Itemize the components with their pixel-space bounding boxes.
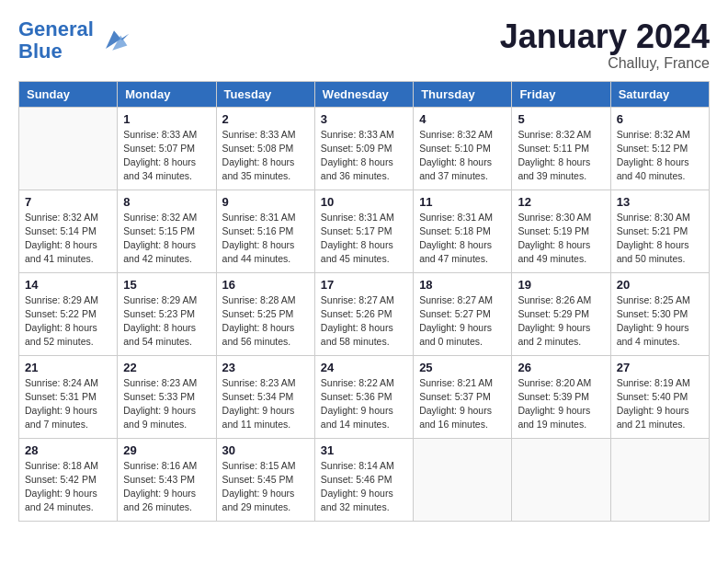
col-wednesday: Wednesday [314, 81, 413, 107]
day-number-12: 12 [518, 195, 604, 209]
week-row-5: 28Sunrise: 8:18 AMSunset: 5:42 PMDayligh… [19, 438, 710, 521]
day-info-18: Sunrise: 8:27 AMSunset: 5:27 PMDaylight:… [419, 293, 506, 350]
logo: General Blue [18, 18, 131, 63]
day-number-15: 15 [123, 278, 210, 292]
day-info-22: Sunrise: 8:23 AMSunset: 5:33 PMDaylight:… [123, 376, 210, 432]
day-number-27: 27 [617, 361, 703, 374]
cell-w1-d3: 2Sunrise: 8:33 AMSunset: 5:08 PMDaylight… [216, 107, 314, 190]
day-info-28: Sunrise: 8:18 AMSunset: 5:42 PMDaylight:… [25, 459, 111, 515]
cell-w4-d2: 22Sunrise: 8:23 AMSunset: 5:33 PMDayligh… [118, 355, 216, 438]
day-number-7: 7 [25, 195, 111, 209]
day-info-25: Sunrise: 8:21 AMSunset: 5:37 PMDaylight:… [419, 376, 506, 432]
day-info-31: Sunrise: 8:14 AMSunset: 5:46 PMDaylight:… [321, 459, 407, 515]
day-number-9: 9 [222, 195, 309, 209]
cell-w2-d4: 10Sunrise: 8:31 AMSunset: 5:17 PMDayligh… [314, 190, 413, 272]
col-tuesday: Tuesday [216, 81, 314, 107]
day-number-18: 18 [419, 278, 506, 292]
day-number-1: 1 [123, 112, 210, 126]
day-number-10: 10 [321, 195, 407, 209]
day-number-22: 22 [123, 361, 210, 374]
cell-w1-d5: 4Sunrise: 8:32 AMSunset: 5:10 PMDaylight… [414, 107, 512, 190]
calendar-header-row: Sunday Monday Tuesday Wednesday Thursday… [19, 81, 710, 107]
cell-w2-d1: 7Sunrise: 8:32 AMSunset: 5:14 PMDaylight… [19, 190, 118, 272]
day-info-19: Sunrise: 8:26 AMSunset: 5:29 PMDaylight:… [518, 293, 604, 350]
day-number-17: 17 [321, 278, 407, 292]
day-number-4: 4 [419, 112, 506, 126]
cell-w3-d4: 17Sunrise: 8:27 AMSunset: 5:26 PMDayligh… [314, 272, 413, 355]
cell-w1-d6: 5Sunrise: 8:32 AMSunset: 5:11 PMDaylight… [512, 107, 610, 190]
day-info-26: Sunrise: 8:20 AMSunset: 5:39 PMDaylight:… [518, 376, 604, 432]
week-row-1: 1Sunrise: 8:33 AMSunset: 5:07 PMDaylight… [19, 107, 710, 190]
day-info-14: Sunrise: 8:29 AMSunset: 5:22 PMDaylight:… [25, 293, 111, 350]
day-number-26: 26 [518, 361, 604, 374]
cell-w5-d5 [414, 438, 512, 521]
month-title: January 2024 [500, 18, 710, 55]
week-row-3: 14Sunrise: 8:29 AMSunset: 5:22 PMDayligh… [19, 272, 710, 355]
day-info-30: Sunrise: 8:15 AMSunset: 5:45 PMDaylight:… [222, 459, 309, 515]
cell-w4-d1: 21Sunrise: 8:24 AMSunset: 5:31 PMDayligh… [19, 355, 118, 438]
day-number-21: 21 [25, 361, 111, 374]
day-info-15: Sunrise: 8:29 AMSunset: 5:23 PMDaylight:… [123, 293, 210, 350]
day-number-16: 16 [222, 278, 309, 292]
col-monday: Monday [118, 81, 216, 107]
week-row-2: 7Sunrise: 8:32 AMSunset: 5:14 PMDaylight… [19, 190, 710, 272]
day-number-14: 14 [25, 278, 111, 292]
day-info-23: Sunrise: 8:23 AMSunset: 5:34 PMDaylight:… [222, 376, 309, 432]
logo-blue: Blue [18, 40, 63, 63]
day-info-24: Sunrise: 8:22 AMSunset: 5:36 PMDaylight:… [321, 376, 407, 432]
day-number-20: 20 [617, 278, 703, 292]
day-info-3: Sunrise: 8:33 AMSunset: 5:09 PMDaylight:… [321, 128, 407, 184]
day-info-21: Sunrise: 8:24 AMSunset: 5:31 PMDaylight:… [25, 376, 111, 432]
logo-icon [97, 24, 131, 57]
cell-w3-d7: 20Sunrise: 8:25 AMSunset: 5:30 PMDayligh… [610, 272, 709, 355]
day-number-31: 31 [321, 443, 407, 457]
day-number-23: 23 [222, 361, 309, 374]
cell-w1-d1 [19, 107, 118, 190]
cell-w5-d1: 28Sunrise: 8:18 AMSunset: 5:42 PMDayligh… [19, 438, 118, 521]
day-info-12: Sunrise: 8:30 AMSunset: 5:19 PMDaylight:… [518, 211, 604, 267]
cell-w4-d4: 24Sunrise: 8:22 AMSunset: 5:36 PMDayligh… [314, 355, 413, 438]
calendar-table: Sunday Monday Tuesday Wednesday Thursday… [18, 81, 710, 522]
day-info-17: Sunrise: 8:27 AMSunset: 5:26 PMDaylight:… [321, 293, 407, 350]
cell-w1-d7: 6Sunrise: 8:32 AMSunset: 5:12 PMDaylight… [610, 107, 709, 190]
cell-w3-d6: 19Sunrise: 8:26 AMSunset: 5:29 PMDayligh… [512, 272, 610, 355]
day-number-19: 19 [518, 278, 604, 292]
col-saturday: Saturday [610, 81, 709, 107]
cell-w3-d2: 15Sunrise: 8:29 AMSunset: 5:23 PMDayligh… [118, 272, 216, 355]
day-info-10: Sunrise: 8:31 AMSunset: 5:17 PMDaylight:… [321, 211, 407, 267]
cell-w5-d7 [610, 438, 709, 521]
cell-w2-d3: 9Sunrise: 8:31 AMSunset: 5:16 PMDaylight… [216, 190, 314, 272]
cell-w5-d6 [512, 438, 610, 521]
cell-w5-d3: 30Sunrise: 8:15 AMSunset: 5:45 PMDayligh… [216, 438, 314, 521]
day-info-27: Sunrise: 8:19 AMSunset: 5:40 PMDaylight:… [617, 376, 703, 432]
day-number-11: 11 [419, 195, 506, 209]
day-info-13: Sunrise: 8:30 AMSunset: 5:21 PMDaylight:… [617, 211, 703, 267]
cell-w4-d3: 23Sunrise: 8:23 AMSunset: 5:34 PMDayligh… [216, 355, 314, 438]
location-title: Challuy, France [500, 55, 710, 72]
day-info-1: Sunrise: 8:33 AMSunset: 5:07 PMDaylight:… [123, 128, 210, 184]
day-number-24: 24 [321, 361, 407, 374]
day-number-29: 29 [123, 443, 210, 457]
cell-w2-d7: 13Sunrise: 8:30 AMSunset: 5:21 PMDayligh… [610, 190, 709, 272]
day-number-3: 3 [321, 112, 407, 126]
day-info-8: Sunrise: 8:32 AMSunset: 5:15 PMDaylight:… [123, 211, 210, 267]
cell-w3-d3: 16Sunrise: 8:28 AMSunset: 5:25 PMDayligh… [216, 272, 314, 355]
cell-w4-d6: 26Sunrise: 8:20 AMSunset: 5:39 PMDayligh… [512, 355, 610, 438]
day-number-6: 6 [617, 112, 703, 126]
cell-w4-d7: 27Sunrise: 8:19 AMSunset: 5:40 PMDayligh… [610, 355, 709, 438]
day-info-4: Sunrise: 8:32 AMSunset: 5:10 PMDaylight:… [419, 128, 506, 184]
day-number-13: 13 [617, 195, 703, 209]
cell-w3-d5: 18Sunrise: 8:27 AMSunset: 5:27 PMDayligh… [414, 272, 512, 355]
cell-w2-d6: 12Sunrise: 8:30 AMSunset: 5:19 PMDayligh… [512, 190, 610, 272]
day-number-25: 25 [419, 361, 506, 374]
cell-w5-d4: 31Sunrise: 8:14 AMSunset: 5:46 PMDayligh… [314, 438, 413, 521]
day-info-16: Sunrise: 8:28 AMSunset: 5:25 PMDaylight:… [222, 293, 309, 350]
title-area: January 2024 Challuy, France [500, 18, 710, 72]
cell-w2-d5: 11Sunrise: 8:31 AMSunset: 5:18 PMDayligh… [414, 190, 512, 272]
day-info-9: Sunrise: 8:31 AMSunset: 5:16 PMDaylight:… [222, 211, 309, 267]
day-info-7: Sunrise: 8:32 AMSunset: 5:14 PMDaylight:… [25, 211, 111, 267]
cell-w4-d5: 25Sunrise: 8:21 AMSunset: 5:37 PMDayligh… [414, 355, 512, 438]
day-number-2: 2 [222, 112, 309, 126]
day-number-30: 30 [222, 443, 309, 457]
day-info-6: Sunrise: 8:32 AMSunset: 5:12 PMDaylight:… [617, 128, 703, 184]
